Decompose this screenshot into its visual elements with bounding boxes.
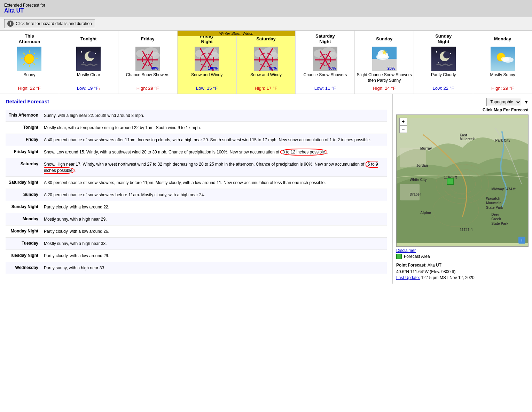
detailed-forecast-panel: Detailed Forecast This AfternoonSunny, w… bbox=[0, 94, 393, 284]
day-label-1: Tonight bbox=[61, 33, 117, 45]
forecast-rows: This AfternoonSunny, with a high near 22… bbox=[6, 110, 387, 274]
forecast-row-4: SaturdaySnow. High near 17. Windy, with … bbox=[6, 158, 387, 177]
map-type-select[interactable]: Topographic bbox=[486, 98, 521, 106]
weather-icon-6: 20% bbox=[372, 47, 397, 71]
header: Extended Forecast for Alta UT bbox=[0, 0, 532, 17]
forecast-row-5: Saturday NightA 30 percent chance of sno… bbox=[6, 177, 387, 189]
map-label-deer: DeerCreekState Park bbox=[491, 212, 508, 226]
forecast-row-label-5: Saturday Night bbox=[6, 180, 44, 185]
forecast-row-text-6: A 20 percent chance of snow showers befo… bbox=[44, 192, 387, 198]
forecast-day-6[interactable]: Sunday20%Slight Chance Snow Showers then… bbox=[355, 31, 414, 94]
map-label-millcreek: EastMillcreek bbox=[460, 133, 475, 141]
map-info-button[interactable]: i bbox=[518, 237, 525, 244]
main-content: Detailed Forecast This AfternoonSunny, w… bbox=[0, 94, 532, 284]
forecast-day-5[interactable]: SaturdayNight 30%Chance Snow ShowersLow:… bbox=[296, 31, 355, 94]
temp-2: High: 29 °F bbox=[120, 86, 176, 91]
forecast-row-label-2: Friday bbox=[6, 137, 44, 142]
forecast-day-7[interactable]: SundayNightPartly CloudyLow: 22 °F bbox=[414, 31, 473, 94]
forecast-day-3[interactable]: Winter Storm WatchFridayNight 100%Snow a… bbox=[178, 31, 237, 94]
map-label-parkcity: Park City bbox=[495, 138, 510, 142]
chevron-down-icon: ▼ bbox=[524, 100, 529, 105]
weather-icon-0 bbox=[17, 47, 41, 71]
day-label-8: Monday bbox=[475, 33, 531, 45]
weather-icon-1 bbox=[76, 47, 101, 71]
extended-label: Extended Forecast for bbox=[4, 3, 528, 8]
forecast-row-text-2: A 40 percent chance of snow showers afte… bbox=[44, 137, 387, 143]
svg-line-2 bbox=[34, 63, 35, 65]
forecast-row-text-9: Partly cloudy, with a low around 26. bbox=[44, 228, 387, 235]
forecast-row-11: Tuesday NightPartly cloudy, with a low a… bbox=[6, 250, 387, 262]
forecast-row-text-10: Mostly sunny, with a high near 33. bbox=[44, 240, 387, 247]
svg-point-0 bbox=[24, 54, 34, 64]
forecast-row-label-6: Sunday bbox=[6, 192, 44, 197]
precip-3: 100% bbox=[208, 66, 218, 70]
disclaimer-link[interactable]: Disclaimer bbox=[396, 248, 416, 253]
map-label-whitecity: White City bbox=[410, 178, 427, 182]
day-label-7: SundayNight bbox=[415, 33, 471, 45]
last-update-link[interactable]: Last Update: bbox=[396, 275, 420, 280]
weather-desc-3: Snow and Windy bbox=[179, 72, 235, 84]
forecast-row-text-1: Mostly clear, with a temperature rising … bbox=[44, 125, 387, 131]
temp-6: High: 24 °F bbox=[356, 86, 412, 91]
last-update: Last Update: 12:15 pm MST Nov 12, 2020 bbox=[396, 275, 529, 280]
weather-icon-2: 40% bbox=[135, 47, 160, 71]
forecast-row-10: TuesdayMostly sunny, with a high near 33… bbox=[6, 238, 387, 250]
map-panel: Topographic ▼ Click Map For Forecast bbox=[393, 94, 532, 284]
svg-point-11 bbox=[81, 51, 82, 53]
svg-line-8 bbox=[34, 53, 35, 54]
forecast-day-4[interactable]: Saturday 90%Snow and WindyHigh: 17 °F bbox=[237, 31, 296, 94]
storm-watch-banner: Winter Storm Watch bbox=[178, 31, 295, 36]
map-label-wasatch: WasatchMountainState Park bbox=[486, 196, 503, 210]
zoom-out-button[interactable]: − bbox=[399, 125, 407, 133]
forecast-row-text-5: A 30 percent chance of snow showers, mai… bbox=[44, 180, 387, 186]
hazard-button[interactable]: i Click here for hazard details and dura… bbox=[4, 19, 95, 28]
weather-icon-7 bbox=[431, 47, 456, 71]
weather-desc-4: Snow and Windy bbox=[238, 72, 294, 84]
forecast-area-marker bbox=[447, 178, 454, 185]
weather-desc-7: Partly Cloudy bbox=[415, 72, 471, 84]
map-label-elev2: 5474 ft bbox=[504, 187, 516, 191]
svg-line-4 bbox=[23, 63, 25, 65]
forecast-area-label: Forecast Area bbox=[404, 254, 430, 259]
forecast-row-label-8: Monday bbox=[6, 216, 44, 221]
temp-8: High: 29 °F bbox=[475, 86, 531, 91]
detailed-forecast-title: Detailed Forecast bbox=[6, 98, 387, 106]
weather-desc-2: Chance Snow Showers bbox=[120, 72, 176, 84]
day-label-6: Sunday bbox=[356, 33, 412, 45]
weather-desc-0: Sunny bbox=[1, 72, 57, 84]
svg-line-6 bbox=[23, 53, 25, 54]
legend-box bbox=[396, 254, 402, 259]
forecast-row-label-4: Saturday bbox=[6, 161, 44, 166]
forecast-row-label-7: Sunday Night bbox=[6, 204, 44, 209]
forecast-row-7: Sunday NightPartly cloudy, with a low ar… bbox=[6, 201, 387, 213]
temp-4: High: 17 °F bbox=[238, 86, 294, 91]
precip-2: 40% bbox=[151, 66, 158, 70]
forecast-day-8[interactable]: MondayMostly SunnyHigh: 29 °F bbox=[473, 31, 532, 94]
map-zoom-controls: + − bbox=[399, 118, 407, 133]
forecast-row-text-12: Partly sunny, with a high near 33. bbox=[44, 265, 387, 271]
point-forecast-section: Point Forecast: Alta UT 40.6°N 111.64°W … bbox=[396, 262, 529, 275]
forecast-day-1[interactable]: TonightMostly ClearLow: 19 °F↑ bbox=[59, 31, 118, 94]
forecast-day-0[interactable]: ThisAfternoonSunnyHigh: 22 °F bbox=[0, 31, 59, 94]
day-label-2: Friday bbox=[120, 33, 176, 45]
precip-6: 20% bbox=[388, 66, 395, 70]
weather-icon-8 bbox=[491, 47, 515, 71]
svg-point-13 bbox=[83, 62, 84, 63]
hazard-bar: i Click here for hazard details and dura… bbox=[0, 17, 532, 31]
weather-desc-1: Mostly Clear bbox=[61, 72, 117, 84]
zoom-in-button[interactable]: + bbox=[399, 118, 407, 125]
day-label-0: ThisAfternoon bbox=[1, 33, 57, 45]
forecast-row-9: Monday NightPartly cloudy, with a low ar… bbox=[6, 225, 387, 238]
weather-icon-3: 100% bbox=[195, 47, 219, 71]
forecast-day-2[interactable]: Friday 40%Chance Snow ShowersHigh: 29 °F bbox=[118, 31, 178, 94]
forecast-row-label-12: Wednesday bbox=[6, 265, 44, 270]
weather-desc-5: Chance Snow Showers bbox=[297, 72, 353, 84]
svg-point-107 bbox=[376, 54, 389, 60]
forecast-row-text-8: Mostly sunny, with a high near 29. bbox=[44, 216, 387, 222]
forecast-row-3: Friday NightSnow. Low around 15. Windy, … bbox=[6, 146, 387, 158]
day-label-5: SaturdayNight bbox=[297, 33, 353, 45]
forecast-row-1: TonightMostly clear, with a temperature … bbox=[6, 122, 387, 134]
weather-icon-5: 30% bbox=[313, 47, 337, 71]
map-container[interactable]: + − EastMillcreek Murray Park City Jorda… bbox=[396, 114, 529, 247]
info-icon: i bbox=[7, 21, 14, 27]
